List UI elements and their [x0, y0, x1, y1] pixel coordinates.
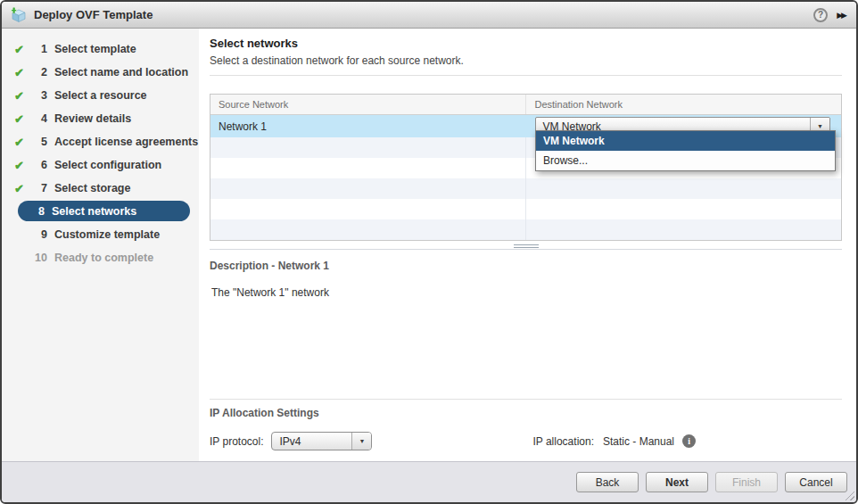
step-label: Select configuration [54, 159, 161, 171]
back-button[interactable]: Back [576, 472, 639, 492]
ip-allocation-label: IP allocation: [532, 435, 594, 448]
step-label: Select a resource [54, 89, 147, 102]
empty-table-row [210, 178, 841, 199]
step-label: Select storage [54, 182, 130, 194]
info-icon[interactable]: i [682, 434, 696, 448]
step-number: 7 [32, 182, 47, 194]
sidebar-item-select-name-location[interactable]: ✔ 2 Select name and location [2, 61, 199, 84]
source-network-cell[interactable]: Network 1 [210, 120, 526, 133]
splitter-grip-icon[interactable] [514, 244, 539, 248]
ovf-template-icon [11, 7, 27, 22]
check-icon: ✔ [14, 89, 32, 103]
ip-allocation-row: IP protocol: IPv4 ▼ IP allocation: Stati… [210, 432, 842, 450]
ip-allocation-value: Static - Manual [603, 435, 674, 448]
step-number: 4 [32, 112, 47, 125]
combobox-value: IPv4 [272, 435, 351, 448]
wizard-steps-sidebar: ✔ 1 Select template ✔ 2 Select name and … [2, 29, 199, 461]
pane-splitter[interactable] [210, 243, 842, 250]
next-button[interactable]: Next [646, 472, 708, 492]
sidebar-item-ready-to-complete: 10 Ready to complete [2, 246, 199, 269]
sidebar-item-select-template[interactable]: ✔ 1 Select template [2, 37, 199, 61]
step-label: Select name and location [54, 66, 188, 78]
step-number: 1 [32, 43, 47, 55]
step-number: 6 [32, 159, 47, 171]
dropdown-option-browse[interactable]: Browse... [536, 151, 835, 170]
check-icon: ✔ [14, 66, 32, 79]
step-number: 9 [32, 228, 47, 241]
ip-protocol-combobox[interactable]: IPv4 ▼ [271, 432, 372, 450]
wizard-page-content: Select networks Select a destination net… [199, 29, 856, 461]
description-section: Description - Network 1 The "Network 1" … [199, 250, 856, 299]
ip-section-divider [210, 399, 842, 400]
step-number: 8 [29, 205, 45, 218]
column-header-destination-network[interactable]: Destination Network [526, 99, 842, 110]
destination-network-dropdown-list: VM Network Browse... [535, 130, 836, 171]
sidebar-item-customize-template[interactable]: 9 Customize template [2, 223, 199, 246]
empty-table-row [210, 219, 841, 240]
check-icon: ✔ [14, 136, 32, 149]
dropdown-option-vm-network[interactable]: VM Network [536, 131, 835, 151]
ip-protocol-label: IP protocol: [210, 435, 263, 448]
ip-allocation-heading: IP Allocation Settings [210, 407, 842, 419]
dialog-footer: Back Next Finish Cancel [2, 461, 856, 502]
sidebar-item-review-details[interactable]: ✔ 4 Review details [2, 107, 199, 130]
check-icon: ✔ [14, 182, 32, 195]
dialog-title: Deploy OVF Template [34, 8, 153, 21]
finish-button: Finish [715, 472, 778, 492]
page-title: Select networks [210, 37, 842, 50]
deploy-ovf-template-dialog: Deploy OVF Template ? ▶▶ ✔ 1 Select temp… [0, 0, 858, 504]
page-head: Select networks Select a destination net… [199, 37, 856, 67]
resize-grip-icon[interactable] [845, 491, 854, 500]
column-header-source-network[interactable]: Source Network [210, 95, 526, 114]
sidebar-item-select-storage[interactable]: ✔ 7 Select storage [2, 177, 199, 200]
description-heading: Description - Network 1 [210, 260, 842, 272]
collapse-icon[interactable]: ▶▶ [837, 11, 847, 20]
sidebar-item-select-networks[interactable]: 8 Select networks [18, 201, 190, 221]
ip-allocation-section: IP Allocation Settings IP protocol: IPv4… [199, 399, 856, 461]
content-spacer [199, 299, 856, 399]
step-label: Customize template [54, 228, 160, 241]
check-icon: ✔ [14, 112, 32, 126]
cancel-button[interactable]: Cancel [785, 472, 847, 492]
step-number: 10 [32, 252, 47, 264]
help-icon[interactable]: ? [813, 8, 828, 22]
step-number: 5 [32, 136, 47, 148]
header-divider [210, 75, 842, 76]
title-bar: Deploy OVF Template ? ▶▶ [2, 2, 856, 29]
step-label: Select networks [52, 205, 136, 218]
sidebar-item-select-configuration[interactable]: ✔ 6 Select configuration [2, 153, 199, 177]
check-icon: ✔ [14, 159, 32, 172]
step-label: Select template [54, 43, 136, 55]
step-label: Review details [54, 112, 131, 125]
sidebar-item-accept-license[interactable]: ✔ 5 Accept license agreements [2, 130, 199, 153]
dialog-body: ✔ 1 Select template ✔ 2 Select name and … [2, 29, 856, 461]
page-subtitle: Select a destination network for each so… [210, 54, 842, 67]
table-header-row: Source Network Destination Network [210, 95, 841, 115]
description-text: The "Network 1" network [210, 286, 842, 299]
step-label: Accept license agreements [54, 136, 198, 148]
step-number: 3 [32, 89, 47, 102]
step-label: Ready to complete [54, 252, 153, 264]
check-icon: ✔ [14, 43, 32, 56]
chevron-down-icon[interactable]: ▼ [351, 433, 371, 450]
sidebar-item-select-resource[interactable]: ✔ 3 Select a resource [2, 84, 199, 107]
empty-table-row [210, 199, 841, 219]
step-number: 2 [32, 66, 47, 78]
